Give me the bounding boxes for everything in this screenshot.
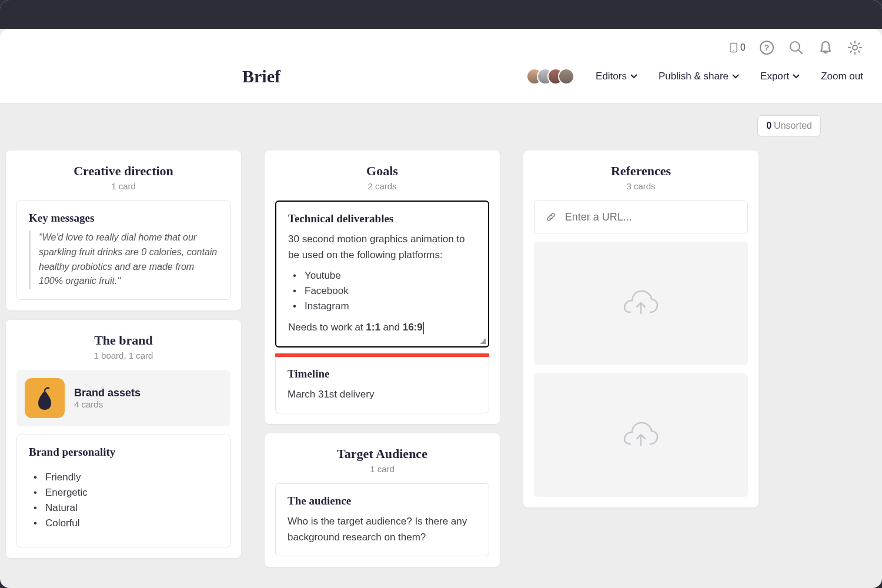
help-icon[interactable]: ? xyxy=(759,39,775,56)
list-item: Youtube xyxy=(288,270,476,282)
card-timeline[interactable]: Timeline March 31st delivery xyxy=(275,357,489,413)
chevron-down-icon xyxy=(630,74,637,79)
url-input[interactable] xyxy=(565,211,737,223)
card-brand-personality[interactable]: Brand personality Friendly Energetic Nat… xyxy=(16,435,230,547)
upload-dropzone[interactable] xyxy=(534,373,748,497)
list-item: Energetic xyxy=(29,487,218,499)
card-technical-deliverables[interactable]: Technical deliverables 30 second motion … xyxy=(275,201,489,348)
list-item: Natural xyxy=(29,502,218,514)
cloud-upload-icon xyxy=(622,289,660,318)
section-target-audience: Target Audience 1 card The audience Who … xyxy=(265,433,500,567)
upload-dropzone[interactable] xyxy=(534,242,748,365)
card-key-messages[interactable]: Key messages "We'd love to really dial h… xyxy=(16,201,230,300)
section-subtitle: 1 board, 1 card xyxy=(16,350,230,360)
publish-share-menu[interactable]: Publish & share xyxy=(659,71,739,82)
link-icon xyxy=(545,211,557,223)
section-subtitle: 1 card xyxy=(275,464,489,474)
section-subtitle: 1 card xyxy=(16,181,230,191)
drag-indicator xyxy=(275,353,489,357)
collaborator-avatars[interactable] xyxy=(532,68,574,85)
devices-count: 0 xyxy=(740,42,746,53)
svg-text:?: ? xyxy=(764,43,770,52)
chevron-down-icon xyxy=(732,74,739,79)
section-the-brand: The brand 1 board, 1 card Brand assets 4… xyxy=(6,320,241,558)
devices-button[interactable]: 0 xyxy=(729,39,746,56)
avatar xyxy=(558,68,574,85)
aspect-ratio-line: Needs to work at 1:1 and 16:9 xyxy=(288,319,476,335)
url-input-card[interactable] xyxy=(534,201,748,233)
gear-icon[interactable] xyxy=(847,39,863,56)
svg-point-1 xyxy=(733,50,734,51)
section-title: References xyxy=(534,163,748,179)
svg-line-5 xyxy=(799,50,802,54)
zoom-out-button[interactable]: Zoom out xyxy=(821,71,863,82)
board-brand-assets[interactable]: Brand assets 4 cards xyxy=(16,370,230,426)
section-creative-direction: Creative direction 1 card Key messages "… xyxy=(6,151,241,310)
section-subtitle: 2 cards xyxy=(275,181,489,191)
section-goals: Goals 2 cards Technical deliverables 30 … xyxy=(265,151,500,424)
quote-text: "We'd love to really dial home that our … xyxy=(29,230,218,289)
editors-menu[interactable]: Editors xyxy=(596,71,637,82)
search-icon[interactable] xyxy=(788,39,804,56)
section-title: Goals xyxy=(275,163,489,179)
list-item: Instagram xyxy=(288,300,476,312)
bell-icon[interactable] xyxy=(817,39,834,56)
section-subtitle: 3 cards xyxy=(534,181,748,191)
section-title: Target Audience xyxy=(275,446,489,462)
list-item: Facebook xyxy=(288,285,476,297)
board-thumbnail xyxy=(25,378,65,418)
list-item: Colorful xyxy=(29,517,218,529)
board-subtitle: 4 cards xyxy=(74,399,141,409)
section-title: The brand xyxy=(16,333,230,348)
section-references: References 3 cards xyxy=(523,151,759,507)
section-title: Creative direction xyxy=(16,163,230,179)
list-item: Friendly xyxy=(29,472,218,483)
page-title: Brief xyxy=(242,66,280,86)
chevron-down-icon xyxy=(793,74,800,79)
card-the-audience[interactable]: The audience Who is the target audience?… xyxy=(275,483,489,556)
export-menu[interactable]: Export xyxy=(760,71,800,82)
unsorted-pill[interactable]: 0Unsorted xyxy=(757,115,821,136)
board-title: Brand assets xyxy=(74,387,141,399)
cloud-upload-icon xyxy=(622,420,660,450)
text-cursor xyxy=(423,322,424,334)
svg-point-6 xyxy=(853,45,857,50)
